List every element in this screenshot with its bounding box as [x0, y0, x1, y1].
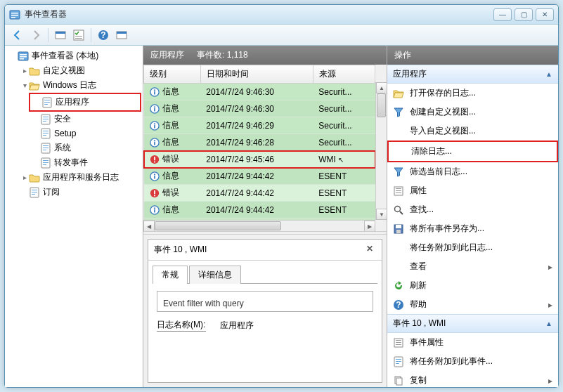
tree-security[interactable]: ▸ 安全: [29, 112, 141, 126]
tree-app-service-logs[interactable]: ▸ 应用程序和服务日志: [18, 170, 141, 185]
table-row[interactable]: 信息2014/7/24 9:44:42ESENT: [144, 168, 375, 185]
table-row[interactable]: 错误2014/7/24 9:45:46WMI ↖: [144, 151, 375, 168]
collapse-icon: ▲: [545, 70, 552, 78]
tree-application[interactable]: ▸ 应用程序: [30, 95, 140, 110]
properties-button[interactable]: [70, 27, 87, 43]
tree-forwarded[interactable]: ▸ 转发事件: [29, 155, 141, 170]
action-create-custom-view[interactable]: 创建自定义视图...: [387, 103, 558, 122]
actions-pane: 操作 应用程序▲ 打开保存的日志... 创建自定义视图... 导入自定义视图..…: [387, 46, 558, 387]
actions-section-event[interactable]: 事件 10 , WMI▲: [387, 314, 558, 333]
panel-icon: [55, 30, 66, 41]
search-icon: [393, 204, 404, 216]
log-icon: [40, 143, 51, 154]
toolbar: [5, 25, 558, 46]
action-import-custom-view[interactable]: 导入自定义视图...: [387, 122, 558, 141]
action-filter-log[interactable]: 筛选当前日志...: [387, 162, 558, 181]
maximize-button[interactable]: ▢: [515, 8, 533, 21]
tree-system[interactable]: ▸ 系统: [29, 141, 141, 155]
funnel-icon: [393, 107, 404, 118]
tree-custom-views[interactable]: ▸ 自定义视图: [18, 63, 141, 78]
detail-close-button[interactable]: ✕: [363, 244, 376, 256]
tree-item-label: 转发事件: [54, 157, 88, 169]
table-row[interactable]: 信息2014/7/24 9:46:30Securit...: [144, 84, 375, 100]
table-row[interactable]: 信息2014/7/24 9:46:30Securit...: [144, 100, 375, 117]
events-vscrollbar[interactable]: ▲ ▼: [375, 82, 387, 220]
scroll-thumb[interactable]: [377, 93, 386, 117]
log-icon: [41, 97, 53, 108]
table-row[interactable]: 信息2014/7/24 9:46:28Securit...: [144, 134, 375, 151]
table-row[interactable]: 错误2014/7/24 9:44:42ESENT: [144, 185, 375, 202]
detail-pane: 事件 10 , WMI ✕ 常规 详细信息 Event filter with …: [143, 235, 387, 387]
table-row[interactable]: 信息2014/7/24 9:44:42ESENT: [144, 202, 375, 218]
log-icon: [40, 157, 51, 169]
detail-title: 事件 10 , WMI: [154, 244, 207, 256]
help-icon: [98, 30, 109, 41]
error-icon: [150, 188, 160, 198]
scroll-right-icon[interactable]: ▶: [364, 221, 375, 231]
tree-root[interactable]: ▸ 事件查看器 (本地): [6, 48, 141, 63]
action-copy[interactable]: 复制▸: [387, 371, 558, 387]
tree-subscriptions[interactable]: ▸ 订阅: [18, 185, 141, 200]
save-icon: [393, 223, 404, 235]
col-datetime[interactable]: 日期和时间: [200, 65, 313, 84]
app-icon: [18, 51, 29, 62]
close-button[interactable]: ✕: [536, 8, 554, 21]
actions-section-app[interactable]: 应用程序▲: [387, 65, 558, 84]
actions-header: 操作: [387, 46, 558, 65]
tree-setup[interactable]: ▸ Setup: [29, 126, 141, 141]
col-source[interactable]: 来源: [313, 65, 375, 84]
action-help[interactable]: 帮助▸: [387, 295, 558, 314]
event-viewer-window: 事件查看器 — ▢ ✕ ▸ 事件查看器 (本地) ▸: [4, 4, 559, 388]
info-icon: [150, 87, 160, 97]
show-tree-button[interactable]: [52, 27, 69, 43]
app-icon: [9, 9, 20, 20]
funnel-icon: [393, 166, 404, 178]
scroll-thumb[interactable]: [155, 221, 281, 230]
titlebar[interactable]: 事件查看器 — ▢ ✕: [5, 5, 558, 25]
tree-item-label: 应用程序: [56, 96, 89, 108]
info-icon: [150, 171, 160, 181]
action-save-all-events[interactable]: 将所有事件另存为...: [387, 219, 558, 238]
tab-general[interactable]: 常规: [153, 266, 188, 284]
tree-root-label: 事件查看器 (本地): [32, 50, 98, 62]
checklist-icon: [73, 30, 84, 41]
tree-item-label: 应用程序和服务日志: [43, 171, 119, 183]
logname-value: 应用程序: [220, 320, 254, 332]
action-open-saved-log[interactable]: 打开保存的日志...: [387, 84, 558, 103]
action-event-properties[interactable]: 事件属性: [387, 333, 558, 352]
action-find[interactable]: 查找...: [387, 200, 558, 219]
scroll-down-icon[interactable]: ▼: [376, 209, 387, 220]
events-header-title: 应用程序: [150, 49, 184, 61]
col-level[interactable]: 级别: [144, 65, 201, 84]
tree-windows-logs[interactable]: ▾ Windows 日志: [18, 78, 141, 93]
tree-item-label: Setup: [54, 129, 76, 138]
error-icon: [150, 155, 160, 164]
action-properties[interactable]: 属性: [387, 181, 558, 200]
tree-item-label: Windows 日志: [43, 79, 96, 91]
action-attach-task-log[interactable]: 将任务附加到此日志...: [387, 238, 558, 257]
back-button[interactable]: [9, 27, 26, 43]
action-view[interactable]: 查看▸: [387, 257, 558, 276]
table-row[interactable]: 信息2014/7/24 9:46:29Securit...: [144, 117, 375, 134]
info-icon: [150, 121, 160, 131]
event-message: Event filter with query: [157, 291, 373, 312]
panel-icon: [116, 30, 127, 41]
tree-pane: ▸ 事件查看器 (本地) ▸ 自定义视图 ▾ Windows 日志: [5, 46, 143, 387]
help-button[interactable]: [95, 27, 112, 43]
tab-details[interactable]: 详细信息: [189, 266, 241, 284]
events-hscrollbar[interactable]: ◀ ▶: [143, 220, 375, 231]
help-icon: [393, 299, 404, 311]
tree-item-label: 订阅: [43, 186, 60, 198]
window-title: 事件查看器: [25, 8, 493, 20]
events-header-count: 事件数: 1,118: [197, 49, 248, 61]
scroll-left-icon[interactable]: ◀: [143, 221, 155, 231]
info-icon: [150, 104, 160, 114]
minimize-button[interactable]: —: [493, 8, 512, 21]
copy-icon: [393, 375, 404, 386]
view-button2[interactable]: [113, 27, 130, 43]
scroll-up-icon[interactable]: ▲: [376, 82, 387, 93]
action-clear-log[interactable]: 清除日志...: [389, 142, 557, 161]
action-attach-task-event[interactable]: 将任务附加到此事件...: [387, 352, 558, 371]
action-refresh[interactable]: 刷新: [387, 276, 558, 295]
forward-button[interactable]: [27, 27, 44, 43]
